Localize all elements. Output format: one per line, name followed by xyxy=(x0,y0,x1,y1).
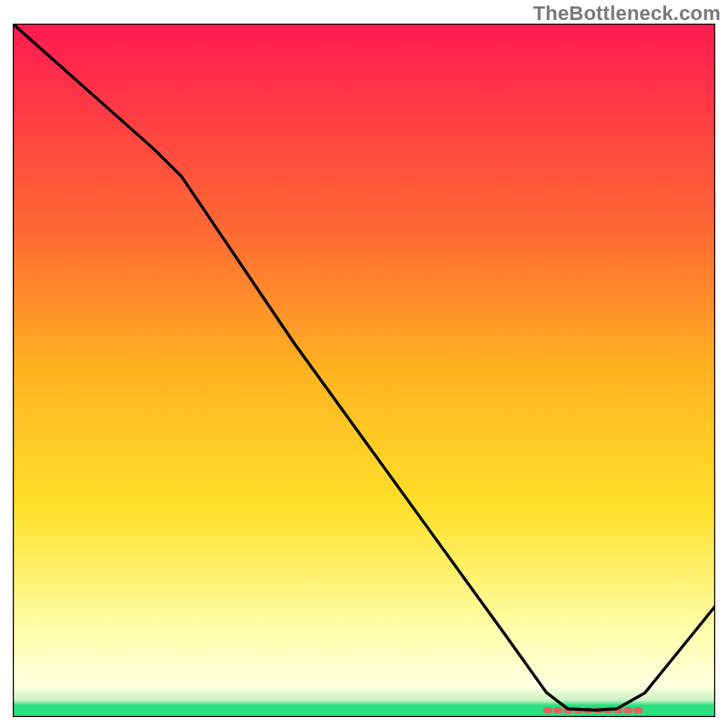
chart-svg xyxy=(13,24,715,717)
chart-container: TheBottleneck.com xyxy=(0,0,728,728)
gradient-background xyxy=(13,24,715,717)
plot-area xyxy=(13,24,715,717)
watermark-text: TheBottleneck.com xyxy=(533,2,721,25)
